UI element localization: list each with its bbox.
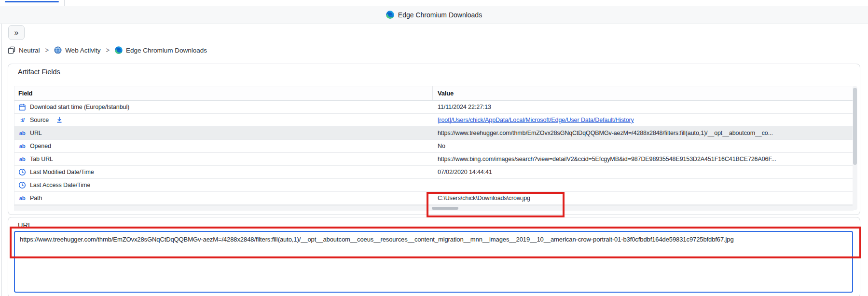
text-ab-icon: ab	[18, 130, 26, 136]
field-value: C:\Users\chick\Downloads\crow.jpg	[433, 195, 854, 202]
breadcrumb-separator: >	[45, 46, 49, 54]
page-title: Edge Chromium Downloads	[398, 11, 482, 19]
text-ab-icon: ab	[18, 195, 26, 201]
field-name: Last Access Date/Time	[30, 182, 90, 188]
breadcrumb-item-edge-chromium-downloads[interactable]: Edge Chromium Downloads	[115, 46, 207, 54]
clock-icon	[18, 181, 26, 189]
breadcrumb-separator: >	[106, 46, 110, 54]
breadcrumb-item-web-activity[interactable]: Web Activity	[54, 46, 100, 54]
field-name: Last Modified Date/Time	[30, 169, 94, 175]
column-header-value[interactable]: Value	[433, 90, 854, 97]
field-value: No	[433, 143, 854, 149]
artifact-fields-table: Field Value Download start time (Europe/…	[14, 86, 854, 205]
page-header: Edge Chromium Downloads	[0, 6, 868, 24]
horizontal-scrollbar[interactable]	[14, 205, 854, 211]
edge-icon	[386, 11, 394, 19]
tab-strip	[0, 0, 868, 6]
table-row-download-start-time[interactable]: Download start time (Europe/Istanbul) 11…	[14, 101, 854, 114]
field-name: Tab URL	[30, 156, 53, 162]
url-panel-title: URL	[18, 221, 32, 229]
table-row-url[interactable]: ab URL https://www.treehugger.com/thmb/E…	[14, 127, 854, 140]
clock-icon	[18, 168, 26, 176]
field-value: https://www.treehugger.com/thmb/EmZOvx28…	[433, 130, 854, 136]
download-icon[interactable]	[55, 116, 63, 124]
url-value-field[interactable]: https://www.treehugger.com/thmb/EmZOvx28…	[14, 231, 853, 293]
edge-icon	[115, 46, 123, 54]
table-row-last-modified[interactable]: Last Modified Date/Time 07/02/2020 14:44…	[14, 166, 854, 179]
horizontal-scrollbar-thumb[interactable]	[432, 207, 458, 210]
breadcrumb-label: Web Activity	[65, 47, 100, 54]
field-name: Path	[30, 195, 42, 202]
table-row-path[interactable]: ab Path C:\Users\chick\Downloads\crow.jp…	[14, 192, 854, 205]
tab-divider	[64, 0, 65, 6]
table-row-source[interactable]: :// Source [root]/Users/chick/AppData/Lo…	[14, 114, 854, 127]
table-row-tab-url[interactable]: ab Tab URL https://www.bing.com/images/s…	[14, 153, 854, 166]
field-name: Download start time (Europe/Istanbul)	[30, 104, 129, 110]
breadcrumb-label: Edge Chromium Downloads	[126, 47, 207, 54]
source-protocol-icon: ://	[18, 117, 26, 123]
breadcrumb-item-neutral[interactable]: Neutral	[8, 46, 40, 54]
artifact-fields-panel: Artifact Fields Field Value Download sta…	[8, 64, 860, 215]
column-header-field[interactable]: Field	[14, 86, 433, 100]
table-row-last-access[interactable]: Last Access Date/Time	[14, 179, 854, 192]
url-detail-panel: URL https://www.treehugger.com/thmb/EmZO…	[8, 217, 860, 296]
breadcrumb-label: Neutral	[19, 47, 40, 54]
table-row-opened[interactable]: ab Opened No	[14, 140, 854, 153]
expand-sidebar-button[interactable]: »	[8, 25, 25, 40]
source-path-link[interactable]: [root]/Users/chick/AppData/Local/Microso…	[438, 117, 634, 123]
column-header-label: Value	[438, 90, 454, 97]
breadcrumb: Neutral > Web Activity > Edge Chromium D…	[8, 45, 207, 55]
field-value: https://www.bing.com/images/search?view=…	[433, 156, 854, 162]
vertical-scrollbar[interactable]	[853, 86, 857, 210]
column-header-label: Field	[18, 90, 32, 97]
app-window: Edge Chromium Downloads » Neutral > Web …	[0, 0, 868, 296]
table-header-row: Field Value	[14, 86, 854, 101]
vertical-scrollbar-thumb[interactable]	[853, 88, 857, 165]
active-tab-indicator	[5, 1, 59, 2]
calendar-icon	[18, 103, 26, 111]
text-ab-icon: ab	[18, 143, 26, 149]
content-left-border	[1, 24, 2, 296]
field-value: 07/02/2020 14:44:41	[433, 169, 854, 175]
field-name: Opened	[30, 143, 51, 149]
field-name: URL	[30, 130, 42, 136]
field-value: 11/11/2024 22:27:13	[433, 104, 854, 110]
artifact-fields-title: Artifact Fields	[18, 68, 60, 76]
field-name: Source	[30, 117, 49, 123]
window-restore-icon	[8, 46, 15, 54]
globe-icon	[54, 46, 62, 54]
text-ab-icon: ab	[18, 156, 26, 162]
